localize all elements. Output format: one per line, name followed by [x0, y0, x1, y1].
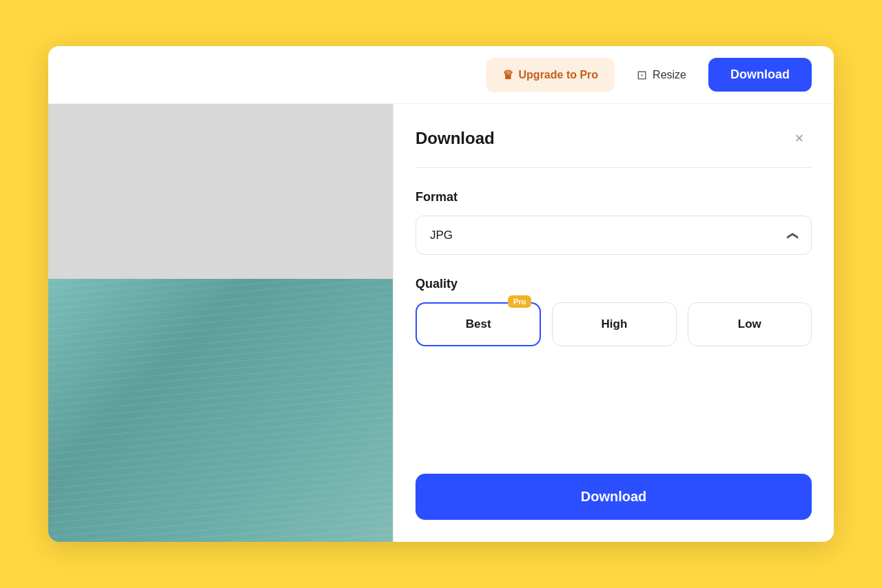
download-action-button[interactable]: Download [416, 474, 812, 520]
panel-divider [416, 167, 812, 168]
main-container: ♛ Upgrade to Pro ⊡ Resize Download Downl… [48, 46, 834, 542]
format-section-label: Format [416, 190, 812, 204]
panel-title: Download [416, 129, 495, 148]
pro-badge: Pro [508, 295, 531, 308]
toolbar: ♛ Upgrade to Pro ⊡ Resize Download [48, 46, 834, 104]
download-panel: Download × Format JPG PNG SVG PDF ❮ Qual… [393, 104, 834, 542]
upgrade-label: Upgrade to Pro [519, 69, 599, 81]
close-icon: × [795, 129, 804, 147]
quality-best-label: Best [466, 317, 491, 330]
download-header-label: Download [730, 67, 790, 81]
quality-option-high[interactable]: High [552, 302, 676, 346]
download-header-button[interactable]: Download [708, 58, 812, 92]
quality-option-best[interactable]: Pro Best [416, 302, 541, 346]
quality-option-low[interactable]: Low [688, 302, 812, 346]
resize-label: Resize [653, 69, 686, 81]
close-button[interactable]: × [787, 126, 812, 151]
quality-section: Quality Pro Best High Low [416, 277, 812, 346]
quality-options: Pro Best High Low [416, 302, 812, 346]
upgrade-button[interactable]: ♛ Upgrade to Pro [486, 58, 615, 92]
format-section: Format JPG PNG SVG PDF ❮ [416, 190, 812, 277]
panel-header: Download × [416, 126, 812, 151]
resize-button[interactable]: ⊡ Resize [626, 58, 697, 92]
format-select[interactable]: JPG PNG SVG PDF [416, 216, 812, 255]
quality-section-label: Quality [416, 277, 812, 291]
download-action-label: Download [581, 489, 647, 504]
quality-low-label: Low [738, 317, 761, 330]
format-select-wrapper: JPG PNG SVG PDF ❮ [416, 216, 812, 255]
crown-icon: ♛ [502, 67, 513, 83]
quality-high-label: High [602, 317, 628, 330]
resize-icon: ⊡ [637, 67, 647, 83]
